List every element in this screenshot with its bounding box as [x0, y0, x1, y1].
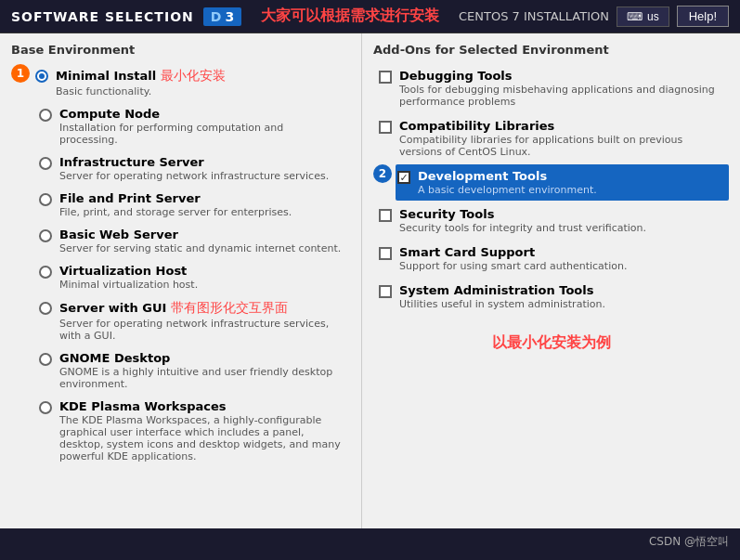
header-right: CENTOS 7 INSTALLATION ⌨ us Help!	[459, 6, 729, 27]
footer-credit: CSDN @悟空叫	[649, 534, 729, 550]
right-title: CENTOS 7 INSTALLATION	[459, 9, 609, 23]
radio-desc-server-gui: Server for operating network infrastruct…	[59, 318, 344, 342]
radio-text-infra: Infrastructure Server Server for operati…	[59, 155, 344, 182]
radio-text-minimal: Minimal Install 最小化安装 Basic functionalit…	[56, 68, 344, 98]
checkbox-security	[379, 209, 392, 222]
cb-label-sysadmin: System Administration Tools	[399, 283, 723, 297]
radio-desc-compute: Installation for performing computation …	[59, 122, 344, 146]
radio-label-minimal: Minimal Install 最小化安装	[56, 68, 344, 85]
radio-label-webserver: Basic Web Server	[59, 228, 344, 241]
cb-desc-debug: Tools for debugging misbehaving applicat…	[399, 84, 723, 108]
cb-label-security: Security Tools	[399, 207, 723, 221]
cb-desc-sysadmin: Utilities useful in system administratio…	[399, 298, 723, 310]
radio-label-virt: Virtualization Host	[59, 264, 344, 278]
checkbox-compat	[379, 121, 392, 134]
cb-label-debug: Debugging Tools	[399, 69, 723, 83]
radio-text-server-gui: Server with GUI 带有图形化交互界面 Server for ope…	[59, 300, 344, 342]
radio-desc-webserver: Server for serving static and dynamic in…	[59, 242, 344, 254]
addon-item-security[interactable]: Security Tools Security tools for integr…	[373, 202, 729, 239]
addon-item-sysadmin[interactable]: System Administration Tools Utilities us…	[373, 279, 729, 315]
radio-circle-webserver	[39, 229, 52, 242]
keyboard-lang: us	[647, 10, 659, 23]
cb-text-smartcard: Smart Card Support Support for using sma…	[399, 245, 723, 272]
radio-item-compute[interactable]: Compute Node Installation for performing…	[33, 103, 350, 150]
right-annotation: 以最小化安装为例	[373, 333, 729, 353]
cb-desc-security: Security tools for integrity and trust v…	[399, 222, 723, 234]
radio-label-cn-minimal: 最小化安装	[156, 68, 225, 83]
addon-item-smartcard[interactable]: Smart Card Support Support for using sma…	[373, 241, 729, 277]
radio-desc-virt: Minimal virtualization host.	[59, 279, 344, 291]
radio-desc-minimal: Basic functionality.	[56, 85, 344, 98]
checkbox-sysadmin	[379, 285, 392, 298]
radio-item-kde[interactable]: KDE Plasma Workspaces The KDE Plasma Wor…	[33, 396, 350, 466]
radio-circle-fileprint	[39, 193, 52, 206]
addon-item-row-devtools: 2 Development Tools A basic development …	[373, 164, 729, 202]
header-badge: D 3	[203, 7, 241, 26]
cb-desc-smartcard: Support for using smart card authenticat…	[399, 260, 723, 272]
header-left: SOFTWARE SELECTION D 3	[11, 7, 241, 26]
cb-desc-compat: Compatibility libraries for applications…	[399, 134, 723, 158]
addon-item-devtools[interactable]: Development Tools A basic development en…	[396, 164, 729, 201]
radio-desc-kde: The KDE Plasma Workspaces, a highly-conf…	[59, 414, 344, 462]
radio-label-kde: KDE Plasma Workspaces	[59, 399, 344, 413]
radio-circle-gnome	[39, 353, 52, 366]
main-content: Base Environment 1 Minimal Install 最小化安装…	[0, 33, 740, 528]
cb-text-compat: Compatibility Libraries Compatibility li…	[399, 119, 723, 158]
cb-text-security: Security Tools Security tools for integr…	[399, 207, 723, 234]
radio-circle-kde	[39, 401, 52, 414]
cb-label-devtools: Development Tools	[418, 169, 723, 183]
radio-desc-infra: Server for operating network infrastruct…	[59, 170, 344, 182]
radio-desc-gnome: GNOME is a highly intuitive and user fri…	[59, 366, 344, 390]
cb-text-devtools: Development Tools A basic development en…	[418, 169, 723, 196]
radio-label-fileprint: File and Print Server	[59, 191, 344, 205]
radio-item-gnome[interactable]: GNOME Desktop GNOME is a highly intuitiv…	[33, 347, 350, 394]
cb-label-smartcard: Smart Card Support	[399, 245, 723, 259]
right-panel-title: Add-Ons for Selected Environment	[373, 43, 729, 57]
checkbox-debug	[379, 71, 392, 84]
radio-text-fileprint: File and Print Server File, print, and s…	[59, 191, 344, 218]
radio-item-minimal[interactable]: Minimal Install 最小化安装 Basic functionalit…	[33, 64, 350, 101]
radio-label-text-minimal: Minimal Install	[56, 69, 156, 83]
radio-item-fileprint[interactable]: File and Print Server File, print, and s…	[33, 188, 350, 222]
cb-text-debug: Debugging Tools Tools for debugging misb…	[399, 69, 723, 108]
radio-circle-server-gui	[39, 302, 52, 315]
radio-text-webserver: Basic Web Server Server for serving stat…	[59, 228, 344, 254]
radio-circle-infra	[39, 157, 52, 170]
cb-text-sysadmin: System Administration Tools Utilities us…	[399, 283, 723, 310]
radio-label-gnome: GNOME Desktop	[59, 351, 344, 365]
radio-label-infra: Infrastructure Server	[59, 155, 344, 169]
radio-item-webserver[interactable]: Basic Web Server Server for serving stat…	[33, 224, 350, 258]
radio-item-server-gui[interactable]: Server with GUI 带有图形化交互界面 Server for ope…	[33, 296, 350, 345]
badge-num: 3	[225, 9, 234, 24]
radio-text-virt: Virtualization Host Minimal virtualizati…	[59, 264, 344, 291]
radio-item-virt[interactable]: Virtualization Host Minimal virtualizati…	[33, 260, 350, 294]
radio-desc-fileprint: File, print, and storage server for ente…	[59, 206, 344, 218]
left-panel: Base Environment 1 Minimal Install 最小化安装…	[0, 33, 362, 528]
badge-2: 2	[373, 164, 392, 183]
keyboard-button[interactable]: ⌨ us	[617, 7, 669, 27]
addon-item-debug[interactable]: Debugging Tools Tools for debugging misb…	[373, 64, 729, 112]
keyboard-icon: ⌨	[627, 10, 643, 23]
cb-desc-devtools: A basic development environment.	[418, 184, 723, 196]
checkbox-smartcard	[379, 247, 392, 260]
radio-circle-virt	[39, 266, 52, 279]
radio-text-gnome: GNOME Desktop GNOME is a highly intuitiv…	[59, 351, 344, 390]
header-center-text: 大家可以根据需求进行安装	[261, 7, 439, 26]
radio-item-infra[interactable]: Infrastructure Server Server for operati…	[33, 151, 350, 186]
footer: CSDN @悟空叫	[0, 528, 740, 554]
app-title: SOFTWARE SELECTION	[11, 9, 194, 24]
radio-label-cn-server-gui: 带有图形化交互界面	[166, 300, 287, 315]
help-button[interactable]: Help!	[677, 6, 729, 27]
radio-label-server-gui: Server with GUI 带有图形化交互界面	[59, 300, 344, 317]
radio-label-compute: Compute Node	[59, 107, 344, 121]
badge-1: 1	[11, 64, 30, 83]
radio-circle-compute	[39, 109, 52, 122]
radio-text-kde: KDE Plasma Workspaces The KDE Plasma Wor…	[59, 399, 344, 462]
right-panel: Add-Ons for Selected Environment Debuggi…	[362, 33, 740, 528]
checkbox-devtools	[397, 171, 410, 184]
header: SOFTWARE SELECTION D 3 大家可以根据需求进行安装 CENT…	[0, 0, 740, 33]
radio-text-compute: Compute Node Installation for performing…	[59, 107, 344, 146]
base-env-item-row-minimal: 1 Minimal Install 最小化安装 Basic functional…	[11, 64, 350, 103]
cb-label-compat: Compatibility Libraries	[399, 119, 723, 133]
addon-item-compat[interactable]: Compatibility Libraries Compatibility li…	[373, 114, 729, 163]
